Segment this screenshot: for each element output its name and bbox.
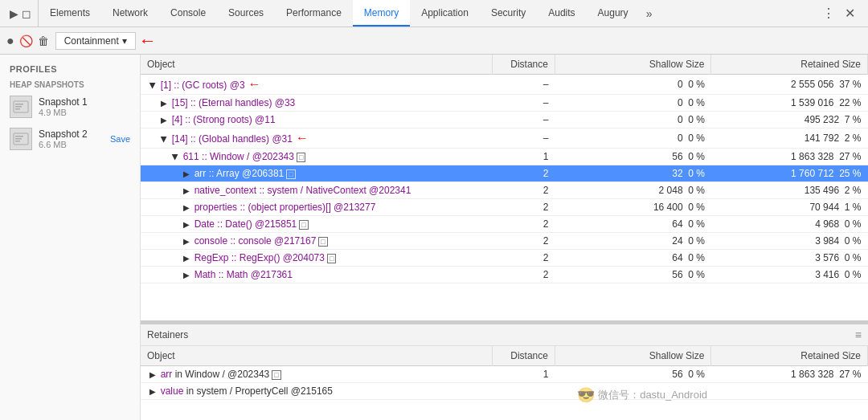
row-distance: 2 xyxy=(493,165,555,182)
containment-dropdown[interactable]: Containment ▾ xyxy=(55,32,136,50)
row-name: properties :: (object properties)[] @213… xyxy=(194,202,376,213)
expand-arrow[interactable]: ▶ xyxy=(183,169,190,178)
close-icon[interactable]: ✕ xyxy=(841,4,858,22)
row-distance: – xyxy=(493,75,555,95)
expand-arrow[interactable]: ▶ xyxy=(149,387,156,396)
table-row[interactable]: ▶ properties :: (object properties)[] @2… xyxy=(141,199,868,216)
tab-actions: ⋮ ✕ xyxy=(819,4,865,22)
table-row[interactable]: ▶ [15] :: (Eternal handles) @33 – 0 0 % … xyxy=(141,95,868,112)
retainers-table: Object Distance Shallow Size Retained Si… xyxy=(141,346,868,400)
main-table: Object Distance Shallow Size Retained Si… xyxy=(141,55,868,283)
snapshot-icon-1 xyxy=(10,96,32,118)
row-shallow: 32 0 % xyxy=(555,165,711,182)
expand-arrow[interactable]: ▶ xyxy=(183,203,190,212)
expand-arrow[interactable]: ▶ xyxy=(149,370,156,379)
main-layout: Profiles HEAP SNAPSHOTS Snapshot 1 4.9 M… xyxy=(0,55,868,420)
tab-console[interactable]: Console xyxy=(159,0,217,27)
table-row[interactable]: ▶ console :: console @217167□ 2 24 0 % 3… xyxy=(141,233,868,250)
memory-toolbar: ● 🚫 🗑 Containment ▾ ← xyxy=(0,27,868,55)
retainers-header: Retainers ≡ xyxy=(141,324,868,346)
devtools-icons: ▶ ◻ xyxy=(3,0,39,27)
row-shallow: 0 0 % xyxy=(555,128,711,149)
retainer-retained xyxy=(711,383,868,400)
row-name: Date :: Date() @215851 xyxy=(194,218,297,230)
tab-network[interactable]: Network xyxy=(101,0,159,27)
row-distance: – xyxy=(493,95,555,112)
row-object: ▶ properties :: (object properties)[] @2… xyxy=(141,199,493,216)
table-row[interactable]: ▶ Math :: Math @217361 2 56 0 % 3 416 0 … xyxy=(141,267,868,283)
sidebar: Profiles HEAP SNAPSHOTS Snapshot 1 4.9 M… xyxy=(0,55,141,420)
row-retained: 3 416 0 % xyxy=(711,267,868,283)
expand-arrow[interactable]: ▶ xyxy=(183,237,190,246)
link-icon: □ xyxy=(299,220,308,230)
table-row[interactable]: ▶ arr :: Array @206381□ 2 32 0 % 1 760 7… xyxy=(141,165,868,182)
snapshot-save-2[interactable]: Save xyxy=(110,134,130,144)
toolbar-icons: ● 🚫 🗑 xyxy=(6,34,49,48)
table-row[interactable]: ▶ native_context :: system / NativeConte… xyxy=(141,182,868,199)
expand-arrow[interactable]: ▶ xyxy=(171,154,180,161)
snapshot-item-2[interactable]: Snapshot 2 6.6 MB Save xyxy=(0,123,140,155)
device-icon[interactable]: ◻ xyxy=(22,7,31,20)
ret-col-shallow: Shallow Size xyxy=(555,346,711,366)
tab-memory[interactable]: Memory xyxy=(353,0,410,27)
expand-arrow[interactable]: ▶ xyxy=(160,137,169,143)
row-name: [4] :: (Strong roots) @11 xyxy=(172,114,276,125)
table-row[interactable]: ▶ Date :: Date() @215851□ 2 64 0 % 4 968… xyxy=(141,216,868,233)
retainer-shallow xyxy=(555,383,711,400)
svg-rect-1 xyxy=(15,104,23,105)
table-row[interactable]: ▶ RegExp :: RegExp() @204073□ 2 64 0 % 3… xyxy=(141,250,868,267)
row-object: ▶ Math :: Math @217361 xyxy=(141,267,493,283)
col-header-retained: Retained Size xyxy=(711,55,868,75)
inspect-icon[interactable]: ▶ xyxy=(10,7,18,20)
retainers-label: Retainers xyxy=(147,329,188,340)
row-object: ▶ RegExp :: RegExp() @204073□ xyxy=(141,250,493,267)
row-retained: 3 984 0 % xyxy=(711,233,868,250)
expand-arrow[interactable]: ▶ xyxy=(161,99,167,108)
tab-audits[interactable]: Audits xyxy=(537,0,586,27)
table-row[interactable]: ▶ [4] :: (Strong roots) @11 – 0 0 % 495 … xyxy=(141,112,868,128)
more-tabs-button[interactable]: » xyxy=(640,0,659,27)
retainer-name: value xyxy=(161,385,184,397)
row-distance: 2 xyxy=(493,199,555,216)
expand-arrow[interactable]: ▶ xyxy=(149,83,158,89)
retainers-table-body: ▶ arr in Window / @202343□ 1 56 0 % 1 86… xyxy=(141,366,868,400)
row-retained: 1 539 016 22 % xyxy=(711,95,868,112)
tab-elements[interactable]: Elements xyxy=(39,0,101,27)
snapshot-item-1[interactable]: Snapshot 1 4.9 MB xyxy=(0,91,140,123)
row-retained: 70 944 1 % xyxy=(711,199,868,216)
row-shallow: 24 0 % xyxy=(555,233,711,250)
menu-icon[interactable]: ⋮ xyxy=(819,4,838,22)
row-distance: 2 xyxy=(493,216,555,233)
record-icon[interactable]: ● xyxy=(6,34,14,48)
row-shallow: 64 0 % xyxy=(555,250,711,267)
tab-security[interactable]: Security xyxy=(480,0,537,27)
tab-application[interactable]: Application xyxy=(410,0,480,27)
svg-rect-7 xyxy=(15,141,20,142)
expand-arrow[interactable]: ▶ xyxy=(183,271,190,279)
annotation-arrow-containment: ← xyxy=(139,32,157,50)
expand-arrow[interactable]: ▶ xyxy=(183,186,190,195)
tab-sources[interactable]: Sources xyxy=(217,0,275,27)
retainer-name: arr xyxy=(161,369,173,380)
table-row[interactable]: ▶ 611 :: Window / @202343□ 1 56 0 % 1 86… xyxy=(141,149,868,165)
table-row[interactable]: ▶ [14] :: (Global handles) @31← – 0 0 % … xyxy=(141,128,868,149)
expand-arrow[interactable]: ▶ xyxy=(161,116,167,124)
retainer-distance: 1 xyxy=(493,366,555,383)
retainers-section: Retainers ≡ Object Distance Shallow Size… xyxy=(141,324,868,420)
tab-augury[interactable]: Augury xyxy=(587,0,640,27)
annotation-arrow: ← xyxy=(296,131,309,145)
expand-arrow[interactable]: ▶ xyxy=(183,220,190,229)
retainer-row[interactable]: ▶ arr in Window / @202343□ 1 56 0 % 1 86… xyxy=(141,366,868,383)
svg-rect-5 xyxy=(15,136,23,137)
expand-arrow[interactable]: ▶ xyxy=(183,254,190,263)
row-name: [14] :: (Global handles) @31 xyxy=(172,133,293,145)
trash-icon[interactable]: 🗑 xyxy=(38,35,49,47)
row-retained: 1 863 328 27 % xyxy=(711,149,868,165)
snapshot-icon-2 xyxy=(10,128,32,150)
table-row[interactable]: ▶ [1] :: (GC roots) @3← – 0 0 % 2 555 05… xyxy=(141,75,868,95)
no-smoking-icon[interactable]: 🚫 xyxy=(19,35,33,47)
snapshot-name-1: Snapshot 1 xyxy=(39,96,130,108)
tab-performance[interactable]: Performance xyxy=(275,0,353,27)
link-icon: □ xyxy=(286,169,295,179)
retainer-row[interactable]: ▶ value in system / PropertyCell @215165 xyxy=(141,383,868,400)
